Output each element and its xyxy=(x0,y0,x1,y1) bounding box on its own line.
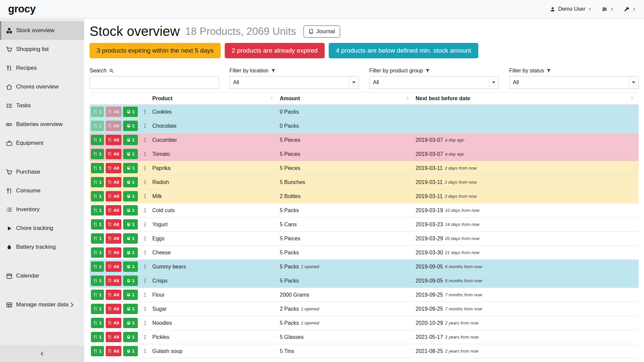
consume-all-button[interactable]: All xyxy=(106,247,121,258)
consume-all-button[interactable]: All xyxy=(106,304,121,314)
consume-all-button[interactable]: All xyxy=(106,191,121,201)
consume-one-button[interactable]: 1 xyxy=(91,191,104,201)
user-menu[interactable]: Demo User xyxy=(550,6,592,12)
row-menu-button[interactable] xyxy=(142,291,148,299)
open-one-button[interactable]: 1 xyxy=(123,290,138,300)
open-one-button[interactable]: 1 xyxy=(123,205,138,216)
consume-one-button[interactable]: 1 xyxy=(91,149,104,159)
consume-one-button[interactable]: 1 xyxy=(91,107,104,117)
row-menu-button[interactable] xyxy=(142,305,148,313)
consume-one-button[interactable]: 1 xyxy=(91,163,104,173)
row-menu-button[interactable] xyxy=(142,235,148,242)
row-menu-button[interactable] xyxy=(142,263,148,270)
open-one-button[interactable]: 1 xyxy=(123,219,138,230)
consume-all-button[interactable]: All xyxy=(106,219,121,230)
consume-one-button[interactable]: 1 xyxy=(91,233,104,244)
sidebar-item-batteries-overview[interactable]: Batteries overview xyxy=(0,115,84,134)
consume-all-button[interactable]: All xyxy=(106,163,121,173)
location-select[interactable]: All xyxy=(229,76,359,89)
product-group-select[interactable]: All xyxy=(369,76,499,89)
row-menu-button[interactable] xyxy=(142,221,148,228)
open-one-button[interactable]: 1 xyxy=(123,135,138,145)
consume-one-button[interactable]: 1 xyxy=(91,177,104,187)
open-one-button[interactable]: 1 xyxy=(123,304,138,314)
consume-one-button[interactable]: 1 xyxy=(91,304,104,314)
sidebar-item-chores-overview[interactable]: Chores overview xyxy=(0,77,84,96)
sidebar-collapse-button[interactable] xyxy=(0,345,84,362)
open-one-button[interactable]: 1 xyxy=(123,318,138,328)
sort-header-next-best-before-date[interactable]: Next best before date xyxy=(414,96,639,102)
consume-all-button[interactable]: All xyxy=(106,135,121,145)
open-one-button[interactable]: 1 xyxy=(123,191,138,201)
consume-one-button[interactable]: 1 xyxy=(91,318,104,328)
open-one-button[interactable]: 1 xyxy=(123,107,138,117)
sidebar-item-inventory[interactable]: Inventory xyxy=(0,200,84,219)
admin-menu[interactable] xyxy=(624,6,636,12)
open-one-button[interactable]: 1 xyxy=(123,163,138,173)
consume-one-button[interactable]: 1 xyxy=(91,205,104,216)
row-menu-button[interactable] xyxy=(142,277,148,285)
sidebar-item-battery-tracking[interactable]: Battery tracking xyxy=(0,238,84,256)
sidebar-item-chore-tracking[interactable]: Chore tracking xyxy=(0,219,84,238)
open-one-button[interactable]: 1 xyxy=(123,149,138,159)
consume-one-button[interactable]: 1 xyxy=(91,219,104,230)
row-menu-button[interactable] xyxy=(142,150,148,158)
open-one-button[interactable]: 1 xyxy=(123,177,138,187)
status-select[interactable]: All xyxy=(509,76,639,89)
sidebar-item-shopping-list[interactable]: Shopping list xyxy=(0,40,84,59)
consume-all-button[interactable]: All xyxy=(106,276,121,286)
sidebar-item-stock-overview[interactable]: Stock overview xyxy=(0,21,84,40)
consume-all-button[interactable]: All xyxy=(106,290,121,300)
settings-menu[interactable] xyxy=(602,6,614,12)
row-menu-button[interactable] xyxy=(142,348,148,355)
consume-all-button[interactable]: All xyxy=(106,346,121,356)
consume-one-button[interactable]: 1 xyxy=(91,135,104,145)
consume-all-button[interactable]: All xyxy=(106,177,121,187)
sidebar-item-purchase[interactable]: Purchase xyxy=(0,163,84,181)
sidebar-item-consume[interactable]: Consume xyxy=(0,181,84,200)
open-one-button[interactable]: 1 xyxy=(123,121,138,131)
row-menu-button[interactable] xyxy=(142,122,148,130)
consume-all-button[interactable]: All xyxy=(106,233,121,244)
sidebar-item-equipment[interactable]: Equipment xyxy=(0,134,84,153)
open-one-button[interactable]: 1 xyxy=(123,276,138,286)
consume-all-button[interactable]: All xyxy=(106,107,121,117)
open-one-button[interactable]: 1 xyxy=(123,233,138,244)
consume-one-button[interactable]: 1 xyxy=(91,290,104,300)
row-menu-button[interactable] xyxy=(142,193,148,200)
row-menu-button[interactable] xyxy=(142,249,148,256)
row-menu-button[interactable] xyxy=(142,108,148,116)
consume-all-button[interactable]: All xyxy=(106,205,121,216)
open-one-button[interactable]: 1 xyxy=(123,247,138,258)
app-logo[interactable]: grocy xyxy=(8,3,36,15)
search-input[interactable] xyxy=(90,76,219,89)
row-menu-button[interactable] xyxy=(142,319,148,327)
consume-one-button[interactable]: 1 xyxy=(91,121,104,131)
consume-all-button[interactable]: All xyxy=(106,261,121,272)
consume-one-button[interactable]: 1 xyxy=(91,247,104,258)
row-menu-button[interactable] xyxy=(142,136,148,144)
sidebar-item-calendar[interactable]: Calendar xyxy=(0,266,84,285)
consume-one-button[interactable]: 1 xyxy=(91,276,104,286)
sidebar-item-manage-master-data[interactable]: Manage master data xyxy=(0,295,84,314)
journal-button[interactable]: Journal xyxy=(304,25,340,38)
sidebar-item-recipes[interactable]: Recipes xyxy=(0,59,84,77)
open-one-button[interactable]: 1 xyxy=(123,332,138,342)
row-menu-button[interactable] xyxy=(142,179,148,186)
sidebar-item-tasks[interactable]: Tasks xyxy=(0,96,84,115)
consume-all-button[interactable]: All xyxy=(106,332,121,342)
consume-one-button[interactable]: 1 xyxy=(91,261,104,272)
open-one-button[interactable]: 1 xyxy=(123,346,138,356)
row-menu-button[interactable] xyxy=(142,207,148,214)
sort-header-amount[interactable]: Amount xyxy=(278,96,414,102)
consume-one-button[interactable]: 1 xyxy=(91,332,104,342)
consume-all-button[interactable]: All xyxy=(106,121,121,131)
row-menu-button[interactable] xyxy=(142,165,148,172)
open-one-button[interactable]: 1 xyxy=(123,261,138,272)
sort-header-product[interactable]: Product xyxy=(151,96,278,102)
date-note: 2 days from now xyxy=(445,180,477,185)
consume-all-button[interactable]: All xyxy=(106,318,121,328)
consume-all-button[interactable]: All xyxy=(106,149,121,159)
row-menu-button[interactable] xyxy=(142,334,148,341)
consume-one-button[interactable]: 1 xyxy=(91,346,104,356)
